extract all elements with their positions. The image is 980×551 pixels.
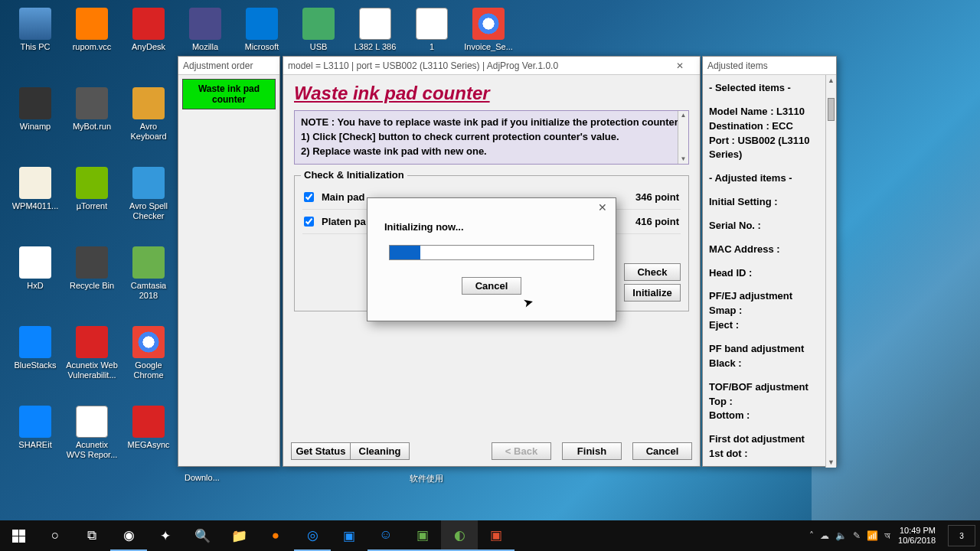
back-button[interactable]: < Back: [492, 442, 551, 460]
dialog-titlebar[interactable]: ✕: [368, 198, 616, 217]
desktop-icon-label: Acunetix WVS Repor...: [66, 440, 118, 459]
app-icon: [76, 246, 108, 279]
desktop-icon-label: Avro Keyboard: [122, 122, 175, 141]
desktop-icon[interactable]: Recycle Bin: [64, 245, 119, 292]
tray-onedrive-icon[interactable]: ☁: [820, 530, 829, 541]
desktop-icon[interactable]: Microsoft: [234, 6, 289, 54]
desktop-icon[interactable]: 1: [404, 6, 459, 54]
main-title-text: model = L3110 | port = USB002 (L3110 Ser…: [288, 60, 558, 71]
app-icon: [19, 8, 51, 40]
tray-lang-icon[interactable]: অ: [884, 530, 890, 541]
desktop-icon[interactable]: L382 L 386: [348, 6, 403, 54]
adjusted-items-titlebar[interactable]: Adjusted items: [703, 57, 836, 75]
app-icon: [132, 167, 165, 199]
items-firstdot: First dot adjustment: [709, 432, 830, 447]
desktop-icon[interactable]: USB: [291, 6, 346, 54]
notification-center-button[interactable]: 3: [948, 525, 975, 546]
taskbar-chrome-icon[interactable]: ◉: [110, 520, 147, 551]
desktop-icon[interactable]: Acunetix WVS Repor...: [64, 404, 119, 461]
adjusted-items-window: Adjusted items - Selected items - Model …: [702, 56, 837, 467]
taskbar-firefox-icon[interactable]: ●: [257, 520, 294, 551]
note-scrollbar[interactable]: ▲▼: [678, 111, 688, 164]
desktop-icon[interactable]: rupom.vcc: [64, 6, 119, 54]
notif-count: 3: [959, 532, 964, 540]
taskbar-clock[interactable]: 10:49 PM 10/6/2018: [898, 526, 936, 546]
items-port: Port : USB002 (L3110 Series): [709, 134, 830, 163]
taskbar-adjprog-icon[interactable]: ◐: [441, 520, 478, 551]
desktop-icon[interactable]: AnyDesk: [121, 6, 176, 54]
desktop-icon-label: AnyDesk: [132, 42, 165, 52]
desktop-icon-label: L382 L 386: [354, 42, 397, 52]
main-pad-checkbox[interactable]: [304, 192, 314, 202]
desktop-icon[interactable]: MyBot.run: [64, 86, 119, 133]
dialog-message: Initializing now...: [384, 221, 464, 233]
tray-chevron-up-icon[interactable]: ˄: [809, 530, 814, 541]
taskbar-teamviewer-icon[interactable]: ◎: [294, 520, 331, 551]
tray-volume-icon[interactable]: 🔈: [835, 530, 847, 541]
app-icon: [472, 8, 505, 40]
tray-feather-icon[interactable]: ✎: [853, 530, 861, 541]
desktop-icon[interactable]: Avro Spell Checker: [121, 165, 176, 222]
items-firstdot-v: 1st dot :: [709, 447, 830, 461]
scroll-down-icon[interactable]: ▼: [826, 457, 836, 468]
items-smap: Smap :: [709, 304, 830, 318]
desktop-icon-label: USB: [310, 42, 328, 52]
app-icon: [19, 406, 51, 438]
finish-button[interactable]: Finish: [562, 442, 622, 460]
desktop-icon[interactable]: Invoice_Se...: [461, 6, 516, 54]
cleaning-button[interactable]: Cleaning: [350, 442, 410, 460]
check-button[interactable]: Check: [624, 263, 681, 281]
desktop-icon[interactable]: Avro Keyboard: [121, 86, 176, 142]
system-tray[interactable]: ˄ ☁ 🔈 ✎ 📶 অ: [809, 530, 890, 541]
dialog-cancel-button[interactable]: Cancel: [462, 277, 521, 295]
cortana-button[interactable]: ○: [37, 520, 74, 551]
items-dest: Destination : ECC: [709, 119, 830, 134]
desktop-text-truncated-1: Downlo...: [185, 473, 220, 482]
taskbar-app-3-icon[interactable]: ☺: [368, 520, 404, 551]
adjustment-order-window: Adjustment order Waste ink pad counter: [178, 56, 280, 467]
order-item-waste-ink[interactable]: Waste ink pad counter: [182, 79, 276, 109]
desktop-icon[interactable]: µTorrent: [64, 165, 119, 213]
desktop-icon-label: HxD: [27, 281, 43, 291]
app-icon: [302, 8, 335, 40]
adjustment-order-titlebar[interactable]: Adjustment order: [178, 57, 279, 75]
taskbar-camtasia-icon[interactable]: ▣: [404, 520, 441, 551]
desktop-icon-label: This PC: [20, 42, 50, 52]
main-titlebar[interactable]: model = L3110 | port = USB002 (L3110 Ser…: [283, 57, 700, 75]
desktop-icon[interactable]: Camtasia 2018: [121, 245, 176, 302]
items-top: Top :: [709, 395, 830, 409]
desktop-icon[interactable]: Google Chrome: [121, 324, 176, 381]
initialize-button[interactable]: Initialize: [624, 284, 681, 302]
scroll-thumb[interactable]: [828, 98, 835, 121]
desktop-icon[interactable]: This PC: [8, 6, 63, 54]
close-icon[interactable]: ✕: [665, 60, 695, 71]
desktop-text-truncated-2: 软件使用: [410, 473, 443, 484]
desktop-icon[interactable]: BlueStacks: [8, 324, 63, 372]
app-icon: [132, 8, 165, 40]
get-status-button[interactable]: Get Status: [291, 442, 351, 460]
start-button[interactable]: [0, 520, 37, 551]
desktop-icon[interactable]: WPM4011...: [8, 165, 63, 213]
taskbar-app-2-icon[interactable]: ▣: [331, 520, 368, 551]
task-view-button[interactable]: ⧉: [74, 520, 110, 551]
desktop-icon[interactable]: Winamp: [8, 86, 63, 133]
app-icon: [19, 246, 51, 279]
taskbar-explorer-icon[interactable]: 📁: [220, 520, 257, 551]
items-scrollbar[interactable]: ▲ ▼: [825, 75, 836, 468]
scroll-up-icon[interactable]: ▲: [826, 75, 836, 86]
desktop-icon-label: Microsoft: [245, 42, 279, 52]
taskbar-app-1-icon[interactable]: ✦: [147, 520, 184, 551]
desktop-icon[interactable]: Mozilla: [178, 6, 233, 54]
platen-pad-checkbox[interactable]: [304, 217, 314, 227]
tray-wifi-icon[interactable]: 📶: [867, 530, 878, 541]
cancel-button[interactable]: Cancel: [632, 442, 692, 460]
dialog-close-icon[interactable]: ✕: [594, 201, 611, 214]
desktop-icon[interactable]: Acunetix Web Vulnerabilit...: [64, 324, 119, 381]
taskbar: ○ ⧉ ◉ ✦ 🔍 📁 ● ◎ ▣ ☺ ▣ ◐ ▣ ˄ ☁ 🔈 ✎ 📶 অ 10…: [0, 520, 980, 551]
taskbar-search-icon[interactable]: 🔍: [184, 520, 220, 551]
progress-bar: [389, 245, 594, 260]
taskbar-recorder-icon[interactable]: ▣: [478, 520, 514, 551]
desktop-icon[interactable]: SHAREit: [8, 404, 63, 452]
desktop-icon[interactable]: HxD: [8, 245, 63, 292]
desktop-icon[interactable]: MEGAsync: [121, 404, 176, 452]
